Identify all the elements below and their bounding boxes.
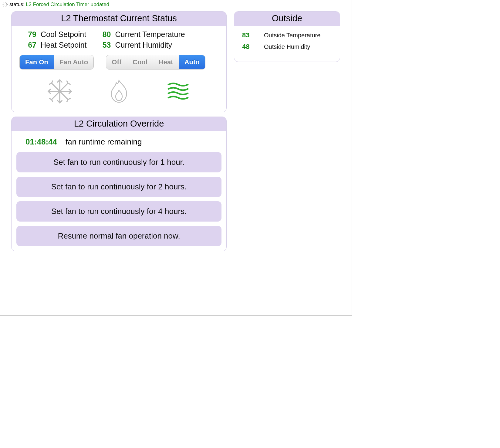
current-temp-label: Current Temperature [115,30,185,39]
override-button[interactable]: Resume normal fan operation now. [16,226,221,246]
outside-temp-label: Outside Temperature [264,32,320,39]
fan-mode-segmented-option[interactable]: Fan Auto [54,55,94,69]
current-humidity-row: 53 Current Humidity [99,41,185,49]
thermostat-status-panel: L2 Thermostat Current Status 79 Cool Set… [11,11,227,112]
snowflake-icon [45,76,75,107]
override-button-list: Set fan to run continuously for 1 hour.S… [15,152,223,248]
loading-spinner-icon [2,2,8,8]
runtime-remaining-value: 01:48:44 [25,137,57,147]
status-message: L2 Forced Circulation Timer updated [26,2,109,8]
outside-humidity-label: Outside Humidity [264,43,310,50]
runtime-remaining-row: 01:48:44 fan runtime remaining [15,135,223,152]
current-temp-row: 80 Current Temperature [99,30,185,39]
thermostat-status-title: L2 Thermostat Current Status [12,12,226,26]
circulation-override-panel: L2 Circulation Override 01:48:44 fan run… [11,117,227,251]
hvac-mode-segmented-option[interactable]: Cool [127,55,153,69]
current-temp-value: 80 [99,30,111,39]
heat-setpoint-value: 67 [24,41,36,49]
hvac-mode-segmented: OffCoolHeatAuto [106,55,205,70]
current-humidity-label: Current Humidity [115,41,172,49]
circulation-override-title: L2 Circulation Override [12,117,226,131]
svg-line-5 [3,6,4,6]
current-humidity-value: 53 [99,41,111,49]
hvac-mode-segmented-option[interactable]: Auto [179,55,205,69]
fan-mode-segmented-option[interactable]: Fan On [20,55,54,69]
flame-icon [104,76,134,107]
outside-title: Outside [234,12,340,26]
outside-humidity-value: 48 [242,43,253,51]
status-label: status: [9,2,25,8]
hvac-mode-segmented-option[interactable]: Off [106,55,127,69]
airflow-icon [163,76,193,107]
override-button[interactable]: Set fan to run continuously for 2 hours. [16,177,221,197]
outside-temp-value: 83 [242,31,253,39]
svg-line-3 [6,6,7,6]
override-button[interactable]: Set fan to run continuously for 1 hour. [16,152,221,172]
fan-mode-segmented: Fan OnFan Auto [19,55,94,70]
hvac-mode-segmented-option[interactable]: Heat [153,55,179,69]
svg-line-1 [6,3,7,3]
cool-setpoint-label: Cool Setpoint [41,30,86,39]
outside-humidity-row: 48 Outside Humidity [242,43,332,51]
svg-line-7 [3,3,4,3]
heat-setpoint-label: Heat Setpoint [41,41,87,49]
override-button[interactable]: Set fan to run continuously for 4 hours. [16,201,221,222]
outside-temp-row: 83 Outside Temperature [242,31,332,39]
cool-setpoint-row: 79 Cool Setpoint [24,30,87,39]
runtime-remaining-label: fan runtime remaining [66,137,142,147]
status-bar: status: L2 Forced Circulation Timer upda… [0,0,352,9]
cool-setpoint-value: 79 [24,30,36,39]
heat-setpoint-row: 67 Heat Setpoint [24,41,87,49]
outside-panel: Outside 83 Outside Temperature 48 Outsid… [234,11,340,62]
